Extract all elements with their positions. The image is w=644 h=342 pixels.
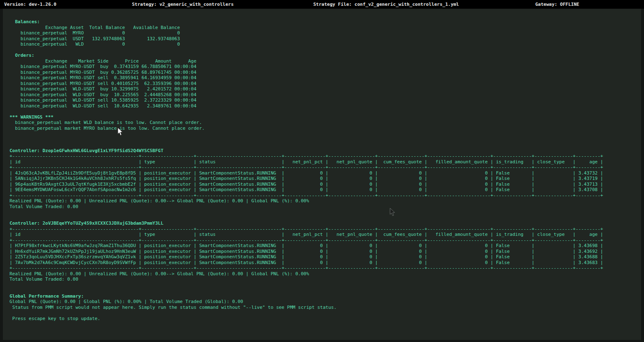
controller-section-2: Controller: 2oVJBEqeYYoTUZy459xXCXXC3JDX… [10, 221, 641, 282]
controller-volume-summary: Total Volume Traded: 0.00 [10, 277, 641, 282]
controller-pnl-summary: Realized PNL (Quote): 0.00 | Unrealized … [10, 271, 641, 277]
version-label: Version: dev-1.26.0 [4, 2, 56, 7]
controller-volume-summary: Total Volume Traded: 0.00 [10, 204, 641, 210]
balances-title: Balances: [10, 19, 641, 25]
global-pnl-line: Global PNL (Quote): 0.00 | Global PNL (%… [10, 299, 641, 305]
warnings-section: *** WARNINGS *** binance_perpetual marke… [10, 114, 641, 131]
orders-title: Orders: [10, 53, 641, 58]
pmm-note-line: Status from PMM script would not appear … [10, 305, 641, 310]
warning-line: binance_perpetual market MYRO balance is… [10, 126, 641, 131]
global-summary-title: Global Performance Summary: [10, 293, 641, 299]
executors-table: +---------------------------------------… [10, 153, 641, 198]
orders-table: Exchange Market Side Price Amount Age bi… [10, 58, 641, 109]
controller-pnl-summary: Realized PNL (Quote): 0.00 | Unrealized … [10, 198, 641, 204]
balances-table: Exchange Asset Total Balance Available B… [10, 25, 641, 47]
orders-section: Orders: Exchange Market Side Price Amoun… [10, 53, 641, 109]
escape-hint: Press escape key to stop update. [10, 316, 641, 322]
warnings-title: *** WARNINGS *** [10, 114, 641, 120]
controller-title: Controller: Dzop1eGFwhxHWL6GLuvgE1xLYF9f… [10, 148, 641, 154]
executors-table: +---------------------------------------… [10, 226, 641, 271]
controller-section-1: Controller: Dzop1eGFwhxHWL6GLuvgE1xLYF9f… [10, 148, 641, 210]
strategy-file-label: Strategy File: conf_v2_generic_with_cont… [313, 2, 459, 7]
footer-section: Press escape key to stop update. [10, 316, 641, 322]
balances-section: Balances: Exchange Asset Total Balance A… [10, 19, 641, 47]
status-bar: Version: dev-1.26.0 Strategy: v2_generic… [0, 0, 644, 9]
strategy-label: Strategy: v2_generic_with_controllers [132, 2, 234, 7]
controller-title: Controller: 2oVJBEqeYYoTUZy459xXCXXC3JDX… [10, 221, 641, 226]
gateway-status-label: Gateway: OFFLINE [535, 2, 579, 7]
warning-line: binance_perpetual market WLD balance is … [10, 120, 641, 126]
terminal-screen[interactable]: Balances: Exchange Asset Total Balance A… [3, 9, 641, 340]
global-summary-section: Global Performance Summary: Global PNL (… [10, 293, 641, 310]
